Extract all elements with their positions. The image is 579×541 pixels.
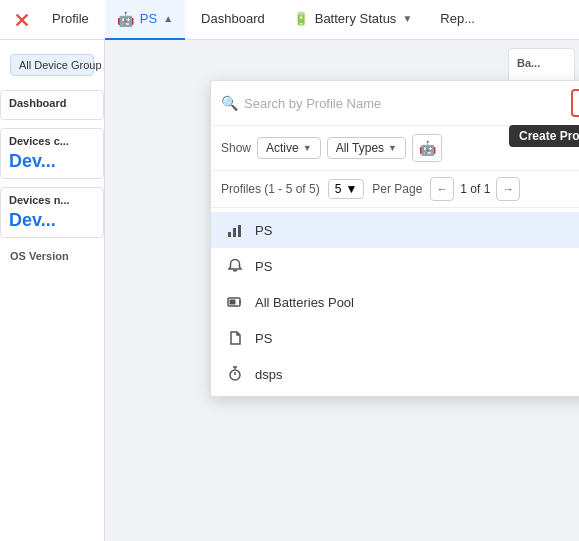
sidebar-devices-card1: Devices c... Dev...	[0, 128, 104, 179]
profile-name: PS	[255, 331, 272, 346]
devices-card2-value: Dev...	[9, 210, 95, 231]
right-panel-label: Ba...	[517, 57, 566, 69]
page-navigation: ← 1 of 1 →	[430, 177, 520, 201]
battery-icon: 🔋	[293, 11, 309, 26]
all-types-select[interactable]: All Types ▼	[327, 137, 406, 159]
devices-card1-value: Dev...	[9, 151, 95, 172]
sidebar-filter-section: All Device Group	[0, 48, 104, 82]
sidebar-os-version-label: OS Version	[0, 246, 104, 266]
svg-rect-3	[233, 228, 236, 237]
dashboard-tab-label: Dashboard	[201, 11, 265, 26]
all-types-option-label: All Types	[336, 141, 384, 155]
close-button[interactable]	[8, 6, 36, 34]
profile-dropdown-panel: 🔍 + Create Profile Show Active ▼ All Typ…	[210, 80, 579, 397]
dashboard-tab[interactable]: Dashboard	[189, 0, 277, 40]
profile-name: All Batteries Pool	[255, 295, 354, 310]
search-icon: 🔍	[221, 95, 238, 111]
android-filter-icon: 🤖	[419, 140, 436, 156]
top-navigation: Profile 🤖 PS ▲ Dashboard 🔋 Battery Statu…	[0, 0, 579, 40]
dashboard-background: 🔍 + Create Profile Show Active ▼ All Typ…	[105, 40, 504, 541]
create-profile-tooltip: Create Profile	[509, 125, 579, 147]
list-item[interactable]: PS	[211, 248, 579, 284]
bell-icon	[225, 258, 245, 274]
profile-name: dsps	[255, 367, 282, 382]
page-size-chevron-icon: ▼	[345, 182, 357, 196]
list-item[interactable]: PS	[211, 212, 579, 248]
ps-tab-label: PS	[140, 11, 157, 26]
prev-page-button[interactable]: ←	[430, 177, 454, 201]
android-filter-button[interactable]: 🤖	[412, 134, 442, 162]
bar-chart-icon	[225, 222, 245, 238]
devices-card2-title: Devices n...	[9, 194, 95, 206]
profile-tab-label: Profile	[52, 11, 89, 26]
right-panel-card: Ba...	[508, 48, 575, 84]
android-icon: 🤖	[117, 11, 134, 27]
page-info: 1 of 1	[456, 182, 494, 196]
battery-icon	[225, 294, 245, 310]
profiles-count-label: Profiles (1 - 5 of 5)	[221, 182, 320, 196]
svg-rect-4	[238, 225, 241, 237]
ps-tab[interactable]: 🤖 PS ▲	[105, 0, 185, 40]
device-group-filter-button[interactable]: All Device Group	[10, 54, 94, 76]
sidebar-dashboard-title: Dashboard	[9, 97, 95, 109]
pagination-row: Profiles (1 - 5 of 5) 5 ▼ Per Page ← 1 o…	[211, 171, 579, 208]
svg-rect-2	[228, 232, 231, 237]
sidebar-dashboard-card: Dashboard	[0, 90, 104, 120]
profile-name: PS	[255, 223, 272, 238]
sidebar-devices-card2: Devices n... Dev...	[0, 187, 104, 238]
page-size-select[interactable]: 5 ▼	[328, 179, 365, 199]
battery-chevron: ▼	[402, 13, 412, 24]
show-label: Show	[221, 141, 251, 155]
per-page-label: Per Page	[372, 182, 422, 196]
page-size-value: 5	[335, 182, 342, 196]
profile-name: PS	[255, 259, 272, 274]
all-types-chevron-icon: ▼	[388, 143, 397, 153]
reports-tab[interactable]: Rep...	[428, 0, 487, 40]
battery-status-tab[interactable]: 🔋 Battery Status ▼	[281, 0, 425, 40]
sidebar: All Device Group Dashboard Devices c... …	[0, 40, 105, 541]
active-select[interactable]: Active ▼	[257, 137, 321, 159]
list-item[interactable]: PS	[211, 320, 579, 356]
svg-rect-6	[230, 300, 236, 305]
search-bar: 🔍 + Create Profile	[211, 81, 579, 126]
next-page-button[interactable]: →	[496, 177, 520, 201]
reports-tab-label: Rep...	[440, 11, 475, 26]
create-profile-button[interactable]: + Create Profile	[571, 89, 579, 117]
active-option-label: Active	[266, 141, 299, 155]
profile-tab[interactable]: Profile	[40, 0, 101, 40]
search-input[interactable]	[244, 96, 565, 111]
profile-list: PS PS	[211, 208, 579, 396]
active-chevron-icon: ▼	[303, 143, 312, 153]
list-item[interactable]: dsps	[211, 356, 579, 392]
list-item[interactable]: All Batteries Pool	[211, 284, 579, 320]
ps-tab-chevron: ▲	[163, 13, 173, 24]
battery-status-tab-label: Battery Status	[315, 11, 397, 26]
main-content: All Device Group Dashboard Devices c... …	[0, 40, 579, 541]
devices-card1-title: Devices c...	[9, 135, 95, 147]
file-icon	[225, 330, 245, 346]
timer-icon	[225, 366, 245, 382]
